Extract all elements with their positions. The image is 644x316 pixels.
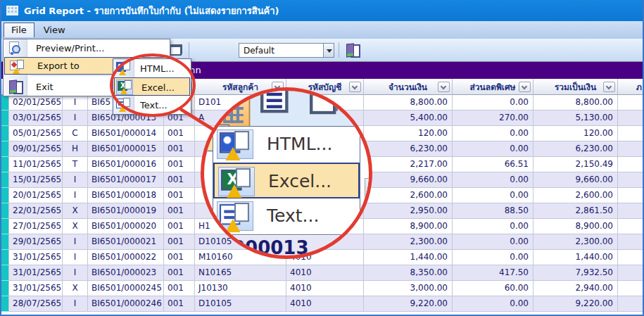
table-cell-date[interactable]: 15/01/2565 <box>9 172 63 188</box>
magnified-submenu-item-text[interactable]: Text... <box>213 198 360 234</box>
table-cell-total_amount[interactable]: 2,300.00 <box>533 234 618 250</box>
table-cell-tax[interactable] <box>618 281 644 296</box>
table-cell-indicator[interactable] <box>1 250 9 265</box>
table-cell-indicator[interactable] <box>1 157 9 172</box>
table-cell-indicator[interactable] <box>1 188 9 203</box>
table-cell-branch[interactable]: 001 <box>164 188 195 203</box>
table-cell-total_amount[interactable]: 2,861.50 <box>533 203 618 219</box>
table-cell-doc_no[interactable]: BI6501/000018 <box>88 188 164 203</box>
table-cell-total_amount[interactable]: 6,230.00 <box>533 141 618 157</box>
table-cell-date[interactable]: 28/07/2565 <box>9 296 63 312</box>
table-cell-special_discount[interactable]: 0.00 <box>453 95 533 110</box>
table-cell-special_discount[interactable]: 0.00 <box>453 250 533 265</box>
table-cell-doc_type[interactable]: I <box>63 250 88 265</box>
table-cell-tax[interactable] <box>618 250 644 265</box>
table-cell-doc_type[interactable]: I <box>63 95 88 110</box>
table-row[interactable]: 31/01/2565IBI6501/000023001N1016540108,3… <box>1 265 644 281</box>
filter-dropdown-button[interactable] <box>438 82 450 92</box>
table-cell-total_amount[interactable]: 5,130.00 <box>533 110 618 126</box>
table-cell-doc_no[interactable]: BI6501/000016 <box>88 157 164 172</box>
table-cell-indicator[interactable] <box>1 141 9 157</box>
table-cell-total_amount[interactable]: 7,932.50 <box>533 265 618 281</box>
table-cell-amount[interactable]: 1,440.00 <box>364 250 453 265</box>
table-cell-tax[interactable] <box>618 219 644 234</box>
table-cell-branch[interactable]: 001 <box>164 250 195 265</box>
table-cell-tax[interactable] <box>618 265 644 281</box>
submenu-item-excel[interactable]: Excel... <box>114 77 190 96</box>
table-cell-doc_no[interactable]: BI6501/000021 <box>88 234 164 250</box>
table-cell-account_code[interactable]: 4010 <box>286 296 364 312</box>
table-cell-special_discount[interactable]: 66.51 <box>453 157 533 172</box>
table-cell-date[interactable]: 05/01/2565 <box>9 126 63 141</box>
filter-dropdown-button[interactable] <box>519 82 531 92</box>
table-cell-doc_type[interactable]: I <box>63 296 88 312</box>
submenu-item-text[interactable]: Text... <box>113 96 191 114</box>
table-cell-date[interactable]: 03/01/2565 <box>9 110 63 126</box>
table-cell-doc_no[interactable]: BI6501/000019 <box>88 203 164 219</box>
table-cell-date[interactable]: 27/01/2565 <box>9 219 63 234</box>
table-cell-doc_no[interactable]: BI6501/000020 <box>88 219 164 234</box>
close-exit-button[interactable] <box>343 41 361 59</box>
column-header-tax[interactable]: ภ <box>618 79 644 95</box>
table-cell-amount[interactable]: 5,400.00 <box>364 110 453 126</box>
table-cell-total_amount[interactable]: 2,600.00 <box>533 188 618 203</box>
table-cell-doc_type[interactable]: X <box>63 281 88 296</box>
layout-profile-combobox[interactable]: Default <box>239 43 324 58</box>
table-cell-special_discount[interactable]: 270.00 <box>453 110 533 126</box>
table-cell-indicator[interactable] <box>1 95 9 110</box>
table-row[interactable]: 31/01/2565IBI6501/000022001M1016040101,4… <box>1 250 644 265</box>
table-cell-doc_type[interactable]: I <box>63 234 88 250</box>
combobox-dropdown-arrow[interactable] <box>323 43 334 58</box>
table-cell-tax[interactable] <box>618 203 644 219</box>
table-cell-tax[interactable] <box>618 172 644 188</box>
table-cell-total_amount[interactable]: 2,150.49 <box>533 157 618 172</box>
table-cell-account_code[interactable]: 4010 <box>286 281 364 296</box>
table-cell-indicator[interactable] <box>1 172 9 188</box>
table-cell-doc_no[interactable]: BI6501/000014 <box>88 126 164 141</box>
table-cell-branch[interactable]: 001 <box>164 234 195 250</box>
table-cell-tax[interactable] <box>618 188 644 203</box>
table-cell-amount[interactable]: 2,950.00 <box>364 203 453 219</box>
table-cell-amount[interactable]: 9,660.00 <box>364 172 453 188</box>
table-cell-doc_type[interactable]: X <box>63 203 88 219</box>
filter-dropdown-button[interactable] <box>349 82 361 92</box>
table-cell-total_amount[interactable]: 120.00 <box>533 126 618 141</box>
table-cell-amount[interactable]: 8,350.00 <box>364 265 453 281</box>
menu-view[interactable]: View <box>37 23 72 37</box>
table-row[interactable]: 28/07/2565IBI6501/0000246001D1010540109,… <box>1 296 644 312</box>
table-cell-special_discount[interactable]: 0.00 <box>453 141 533 157</box>
table-cell-special_discount[interactable]: 0.00 <box>453 172 533 188</box>
filter-dropdown-button[interactable] <box>603 82 615 92</box>
table-cell-tax[interactable] <box>618 110 644 126</box>
table-cell-total_amount[interactable]: 2,940.00 <box>533 281 618 296</box>
table-cell-indicator[interactable] <box>1 219 9 234</box>
table-cell-amount[interactable]: 6,230.00 <box>364 141 453 157</box>
table-cell-indicator[interactable] <box>1 110 9 126</box>
table-cell-doc_no[interactable]: BI6501/000022 <box>88 250 164 265</box>
magnified-submenu-item-html[interactable]: HTML... <box>213 127 360 163</box>
table-cell-customer_code[interactable]: D10105 <box>195 296 286 312</box>
table-cell-total_amount[interactable]: 8,900.00 <box>533 219 618 234</box>
table-cell-date[interactable]: 31/01/2565 <box>9 265 63 281</box>
table-row[interactable]: 31/01/2565XBI6501/0000245001J1013040103,… <box>1 281 644 296</box>
table-cell-tax[interactable] <box>618 126 644 141</box>
table-cell-amount[interactable]: 9,220.00 <box>364 296 453 312</box>
titlebar[interactable]: Grid Report - รายการบันทึกใบกำกับ (ไม่แส… <box>0 0 644 21</box>
table-cell-doc_type[interactable]: C <box>63 126 88 141</box>
column-header-amount[interactable]: จำนวนเงิน <box>364 79 453 95</box>
table-cell-doc_no[interactable]: BI6501/0000246 <box>88 296 164 312</box>
table-cell-special_discount[interactable]: 0.00 <box>453 188 533 203</box>
table-cell-branch[interactable]: 001 <box>164 126 195 141</box>
table-cell-special_discount[interactable]: 0.00 <box>453 126 533 141</box>
table-cell-total_amount[interactable]: 9,660.00 <box>533 172 618 188</box>
table-cell-date[interactable]: 31/01/2565 <box>9 281 63 296</box>
table-cell-special_discount[interactable]: 60.00 <box>453 281 533 296</box>
table-cell-customer_code[interactable]: N10165 <box>195 265 286 281</box>
table-cell-amount[interactable]: 2,300.00 <box>364 234 453 250</box>
table-cell-tax[interactable] <box>618 141 644 157</box>
table-cell-date[interactable]: 02/01/2565 <box>9 95 63 110</box>
table-cell-tax[interactable] <box>618 296 644 312</box>
table-cell-branch[interactable]: 001 <box>164 281 195 296</box>
table-cell-customer_code[interactable]: J10130 <box>195 281 286 296</box>
magnified-submenu-item-excel[interactable]: Excel... <box>213 163 360 198</box>
